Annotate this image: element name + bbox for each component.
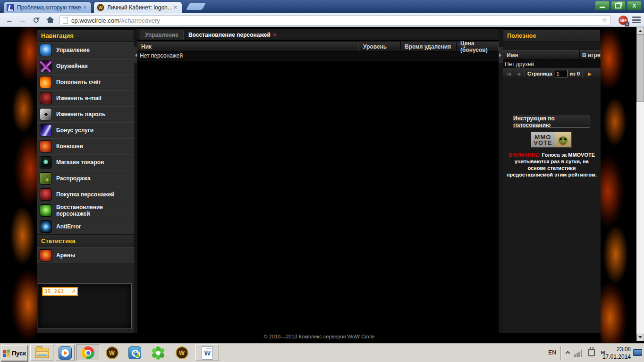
content-tabbar: Управление Восстановление персонажей bbox=[137, 29, 499, 40]
forward-button[interactable] bbox=[17, 15, 28, 25]
taskbar-item-wow-2[interactable] bbox=[171, 345, 192, 361]
collapse-right-handle[interactable] bbox=[499, 47, 503, 63]
wow-icon bbox=[106, 346, 119, 359]
bonus-icon bbox=[40, 124, 52, 136]
restore-button[interactable] bbox=[611, 1, 626, 10]
tab-close-icon[interactable] bbox=[172, 4, 179, 11]
browser-toolbar: cp.wowcircle.com /#charrecovery ABP 1 bbox=[0, 13, 644, 27]
tab-close-icon[interactable] bbox=[273, 32, 277, 38]
next-page-icon[interactable] bbox=[586, 71, 593, 76]
clock[interactable]: 23:08 17.01.2014 bbox=[602, 345, 631, 361]
minimize-button[interactable] bbox=[595, 1, 610, 10]
browser-tab-cabinet[interactable]: Личный Кабинет: logon… bbox=[93, 1, 182, 13]
sidebar-item-magazin-tovarov[interactable]: Магазин товаров bbox=[37, 154, 134, 170]
adblock-icon[interactable]: ABP 1 bbox=[619, 16, 628, 25]
eye-icon bbox=[40, 108, 52, 120]
column-header-level[interactable]: Уровень bbox=[359, 42, 401, 51]
column-header-deletetime[interactable]: Время удаления bbox=[401, 42, 457, 51]
taskbar-item-media-player[interactable] bbox=[56, 345, 75, 361]
sidebar-item-areny[interactable]: Арены bbox=[37, 247, 134, 263]
chevron-left-icon bbox=[133, 53, 137, 57]
scrollbar-thumb[interactable] bbox=[636, 34, 644, 102]
orb-icon bbox=[40, 156, 52, 168]
sidebar-item-pokupka-personazhey[interactable]: Покупка персонажей bbox=[37, 186, 134, 202]
vote-instruction-button[interactable]: Инструкция по голосованию bbox=[513, 116, 590, 128]
start-button[interactable]: Пуск bbox=[1, 345, 28, 361]
address-bar[interactable]: cp.wowcircle.com /#charrecovery bbox=[59, 15, 611, 25]
sidebar-item-rasprodazha[interactable]: Распродажа bbox=[37, 170, 134, 186]
bookmark-star-icon[interactable] bbox=[602, 16, 608, 25]
tray-expand-icon[interactable] bbox=[566, 351, 570, 356]
taskbar-item-explorer[interactable] bbox=[30, 345, 53, 361]
divider bbox=[525, 70, 525, 77]
restore-char-icon bbox=[40, 204, 52, 217]
sidebar-item-izmenit-email[interactable]: Изменить e-mail bbox=[37, 90, 134, 106]
taskbar: Пуск EN bbox=[0, 343, 644, 362]
icq-flower-icon bbox=[156, 351, 160, 355]
taskbar-item-at-app[interactable] bbox=[124, 345, 145, 361]
reload-button[interactable] bbox=[30, 15, 42, 25]
friends-table-header: Имя В игре bbox=[503, 50, 601, 60]
url-host: cp.wowcircle.com bbox=[71, 17, 119, 24]
webpage: Навигация Управление Оружейная Пополнить… bbox=[0, 27, 644, 343]
buy-char-icon bbox=[40, 188, 52, 201]
arena-icon bbox=[40, 249, 52, 261]
column-header-nick[interactable]: Ник bbox=[137, 42, 359, 51]
page-footer: © 2010—2013 Комплекс серверов WoW Circle bbox=[0, 334, 638, 339]
nav-header: Навигация bbox=[37, 29, 134, 42]
sidebar-item-antierror[interactable]: AntiError bbox=[37, 219, 134, 235]
taskbar-item-icq[interactable] bbox=[148, 345, 169, 361]
mmovote-banner-text: MMO VOTE bbox=[531, 132, 555, 147]
right-splitter[interactable] bbox=[499, 29, 503, 333]
browser-tab-problem[interactable]: Проблема,которую тяже bbox=[3, 1, 92, 13]
sidebar-item-izmenit-parol[interactable]: Изменить пароль bbox=[37, 106, 134, 122]
visitor-counter: 35 262 bbox=[42, 287, 78, 296]
column-header-price[interactable]: Цена (бонусов) bbox=[457, 42, 499, 51]
scroll-up-button[interactable] bbox=[636, 27, 644, 34]
warning-highlight: ВНИМАНИЕ! bbox=[508, 152, 541, 158]
browser-scrollbar[interactable] bbox=[636, 27, 644, 341]
page-icon bbox=[63, 17, 68, 24]
language-indicator[interactable]: EN bbox=[548, 349, 556, 356]
fire-icon bbox=[40, 76, 52, 88]
page-number-input[interactable] bbox=[555, 70, 568, 77]
left-splitter[interactable] bbox=[134, 29, 137, 333]
sidebar-item-konyushni[interactable]: Конюшни bbox=[37, 138, 134, 154]
sidebar-item-bonus-uslugi[interactable]: Бонус услуги bbox=[37, 122, 134, 138]
taskbar-item-chrome[interactable] bbox=[76, 345, 100, 361]
collapse-left-handle[interactable] bbox=[134, 47, 137, 63]
column-header-name[interactable]: Имя bbox=[503, 51, 580, 59]
column-header-ingame[interactable]: В игре bbox=[580, 51, 601, 59]
window-controls bbox=[595, 1, 642, 10]
power-plug-icon[interactable] bbox=[588, 349, 595, 356]
taskbar-item-word[interactable] bbox=[195, 345, 219, 361]
sidebar-item-upravlenie[interactable]: Управление bbox=[37, 42, 134, 58]
nav-sidebar: Навигация Управление Оружейная Пополнить… bbox=[37, 29, 134, 333]
scroll-down-button[interactable] bbox=[636, 334, 644, 341]
chrome-icon bbox=[82, 346, 94, 359]
back-button[interactable] bbox=[4, 15, 15, 25]
sidebar-item-vosstanovlenie[interactable]: Восстановление персонажей bbox=[37, 202, 134, 219]
show-desktop-icon[interactable] bbox=[633, 349, 642, 356]
sidebar-item-popolnit-schet[interactable]: Пополнить счёт bbox=[37, 74, 134, 90]
home-button[interactable] bbox=[44, 15, 56, 25]
new-tab-button[interactable] bbox=[186, 3, 206, 10]
home-icon bbox=[48, 20, 53, 23]
browser-menu-icon[interactable] bbox=[632, 17, 641, 23]
armory-icon bbox=[40, 60, 52, 72]
close-button[interactable] bbox=[627, 1, 642, 10]
page-of-label: из 0 bbox=[570, 71, 580, 76]
first-page-icon[interactable] bbox=[505, 71, 512, 76]
taskbar-item-wow-1[interactable] bbox=[102, 345, 122, 361]
tab-upravlenie[interactable]: Управление bbox=[140, 30, 184, 40]
network-signal-icon[interactable] bbox=[574, 349, 584, 357]
mmovote-banner[interactable]: MMO VOTE bbox=[531, 132, 572, 148]
tab-vosstanovlenie[interactable]: Восстановление персонажей bbox=[184, 30, 281, 40]
visitor-counter-banner[interactable]: 35 262 bbox=[38, 283, 132, 329]
tab-close-icon[interactable] bbox=[81, 4, 88, 11]
characters-table-header: Ник Уровень Время удаления Цена (бонусов… bbox=[137, 42, 499, 51]
sidebar-item-oruzheynaya[interactable]: Оружейная bbox=[37, 58, 134, 74]
stats-header: Статистика bbox=[37, 235, 134, 247]
prev-page-icon[interactable] bbox=[515, 71, 522, 76]
useful-sidebar: Полезное Имя В игре Нет друзей Страница … bbox=[503, 29, 601, 333]
